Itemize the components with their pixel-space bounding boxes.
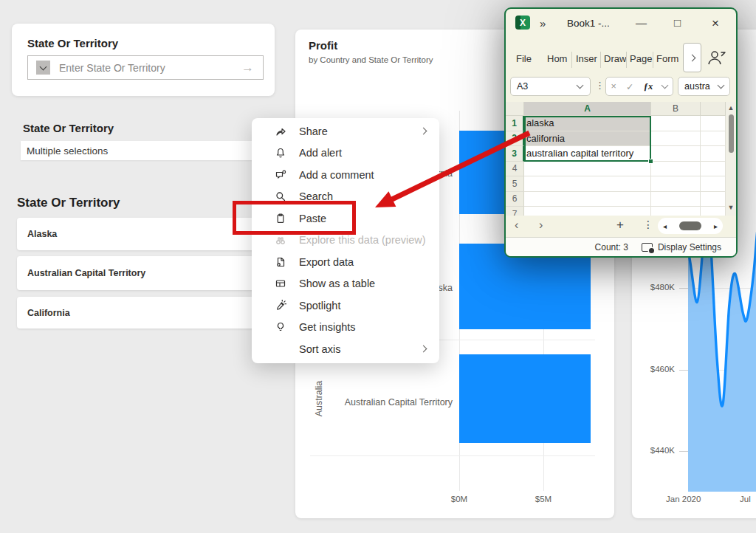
- chevron-down-icon: [662, 82, 669, 89]
- column-header-b[interactable]: B: [651, 102, 701, 116]
- enter-icon[interactable]: ✓: [626, 81, 633, 92]
- cell-b7[interactable]: [651, 207, 701, 216]
- paste-highlight-rectangle: [233, 201, 356, 235]
- cell-a7[interactable]: [524, 207, 651, 216]
- divider: [600, 52, 601, 68]
- cancel-icon[interactable]: ×: [611, 81, 616, 92]
- select-all-corner[interactable]: [506, 102, 524, 116]
- display-settings-button[interactable]: Display Settings: [642, 242, 721, 252]
- row-header[interactable]: 4: [506, 162, 524, 177]
- visual-context-menu: Share Add alert Add a comment Search Pas…: [252, 118, 439, 363]
- row-header[interactable]: 3: [506, 146, 524, 162]
- cell-b3[interactable]: [651, 146, 701, 162]
- divider: [626, 52, 627, 68]
- cell-b4[interactable]: [651, 162, 701, 177]
- scroll-up-icon[interactable]: ▲: [728, 104, 735, 111]
- cell-a3-active[interactable]: australian capital territory: [524, 146, 651, 162]
- bar-australian-capital-territory[interactable]: [459, 354, 591, 443]
- row-header[interactable]: 7: [506, 207, 524, 216]
- x-axis-tick: Jan 2020: [666, 495, 701, 503]
- menu-item-get-insights[interactable]: Get insights: [252, 317, 439, 339]
- window-title: Book1 -...: [567, 18, 610, 29]
- menu-item-spotlight[interactable]: Spotlight: [252, 295, 439, 317]
- scrollbar-thumb[interactable]: [729, 114, 734, 153]
- scroll-left-icon[interactable]: ◂: [663, 222, 667, 230]
- submit-arrow-icon[interactable]: →: [241, 61, 254, 75]
- prev-sheet-icon[interactable]: ‹: [515, 219, 518, 232]
- menu-item-show-as-table[interactable]: Show as a table: [252, 273, 439, 295]
- cell-a6[interactable]: [524, 192, 651, 207]
- slicer-item-australian-capital-territory[interactable]: Australian Capital Territory: [17, 256, 275, 290]
- close-button[interactable]: ×: [712, 16, 719, 31]
- cell-b5[interactable]: [651, 176, 701, 192]
- scroll-down-icon[interactable]: ▼: [728, 204, 735, 211]
- fill-handle[interactable]: [648, 159, 653, 164]
- row-header[interactable]: 2: [506, 131, 524, 147]
- maximize-button[interactable]: □: [674, 16, 681, 29]
- ribbon-tab-home[interactable]: Hom: [547, 53, 567, 64]
- slicer-list-title: State Or Territory: [17, 196, 120, 210]
- sheet-more-icon[interactable]: ⋮: [643, 219, 653, 230]
- cell-b2[interactable]: [651, 131, 701, 147]
- spreadsheet-grid[interactable]: A B 1 alaska 2 california 3 australian c…: [506, 102, 726, 216]
- cell-c6[interactable]: [701, 192, 726, 207]
- menu-item-share[interactable]: Share: [252, 120, 439, 142]
- export-icon: [275, 256, 286, 268]
- ribbon-more-button[interactable]: [683, 43, 701, 72]
- cell-b1[interactable]: [651, 116, 701, 131]
- cell-c3[interactable]: [701, 146, 726, 162]
- chevron-down-icon: [718, 82, 725, 89]
- share-person-icon[interactable]: [707, 49, 727, 66]
- column-header-a[interactable]: A: [524, 102, 651, 116]
- row-header[interactable]: 6: [506, 192, 524, 207]
- menu-item-add-comment[interactable]: Add a comment: [252, 164, 439, 186]
- qna-input[interactable]: Enter State Or Territory →: [27, 55, 264, 80]
- minimize-button[interactable]: —: [636, 16, 647, 29]
- cell-a5[interactable]: [524, 176, 651, 192]
- row-header[interactable]: 5: [506, 176, 524, 192]
- scrollbar-thumb[interactable]: [679, 221, 701, 230]
- menu-item-add-alert[interactable]: Add alert: [252, 142, 439, 165]
- titlebar-overflow-icon[interactable]: »: [540, 17, 546, 30]
- row-header[interactable]: 1: [506, 116, 524, 131]
- excel-logo-icon: X: [515, 16, 530, 30]
- formula-value-box[interactable]: austra: [678, 77, 730, 96]
- ribbon-tab-formulas[interactable]: Form: [656, 53, 678, 64]
- comment-icon: [275, 169, 286, 181]
- x-axis-tick: $0M: [437, 495, 481, 503]
- ribbon-tab-insert[interactable]: Inser: [576, 53, 597, 64]
- horizontal-scrollbar[interactable]: ◂ ▸: [658, 218, 723, 234]
- formula-controls[interactable]: × ✓ ƒx: [605, 77, 673, 96]
- ribbon-tab-file[interactable]: File: [516, 53, 532, 64]
- menu-item-export-data[interactable]: Export data: [252, 251, 439, 273]
- fx-icon[interactable]: ƒx: [644, 81, 653, 92]
- next-sheet-icon[interactable]: ›: [539, 219, 543, 232]
- menu-item-sort-axis[interactable]: Sort axis: [252, 338, 439, 360]
- category-label-act: Australian Capital Territory: [334, 397, 453, 408]
- kebab-dots-icon[interactable]: ⋮: [595, 80, 605, 91]
- cell-b6[interactable]: [651, 192, 701, 207]
- ribbon-tab-draw[interactable]: Draw: [604, 53, 626, 64]
- cell-a2[interactable]: california: [524, 131, 651, 147]
- add-sheet-icon[interactable]: +: [616, 218, 624, 233]
- cell-c4[interactable]: [701, 162, 726, 177]
- ribbon-tab-page-layout[interactable]: Page: [630, 53, 652, 64]
- slicer-dropdown-title: State Or Territory: [23, 122, 114, 134]
- cell-c5[interactable]: [701, 176, 726, 192]
- vertical-scrollbar[interactable]: ▲ ▼: [726, 102, 736, 216]
- cell-c2[interactable]: [701, 131, 726, 147]
- dropdown-button[interactable]: [36, 61, 50, 75]
- scroll-right-icon[interactable]: ▸: [714, 222, 718, 230]
- name-box[interactable]: A3: [510, 77, 591, 96]
- slicer-item-california[interactable]: California: [17, 297, 275, 329]
- bell-icon: [275, 147, 286, 159]
- cell-c7[interactable]: [701, 207, 726, 216]
- slicer-dropdown-value[interactable]: Multiple selections: [21, 141, 275, 160]
- cell-a4[interactable]: [524, 162, 651, 177]
- table-icon: [275, 278, 286, 289]
- cell-c1[interactable]: [701, 116, 726, 131]
- column-header-partial[interactable]: [701, 102, 726, 116]
- chevron-right-icon: [689, 54, 696, 61]
- x-axis-tick: Jul: [740, 495, 751, 503]
- cell-a1[interactable]: alaska: [524, 116, 651, 131]
